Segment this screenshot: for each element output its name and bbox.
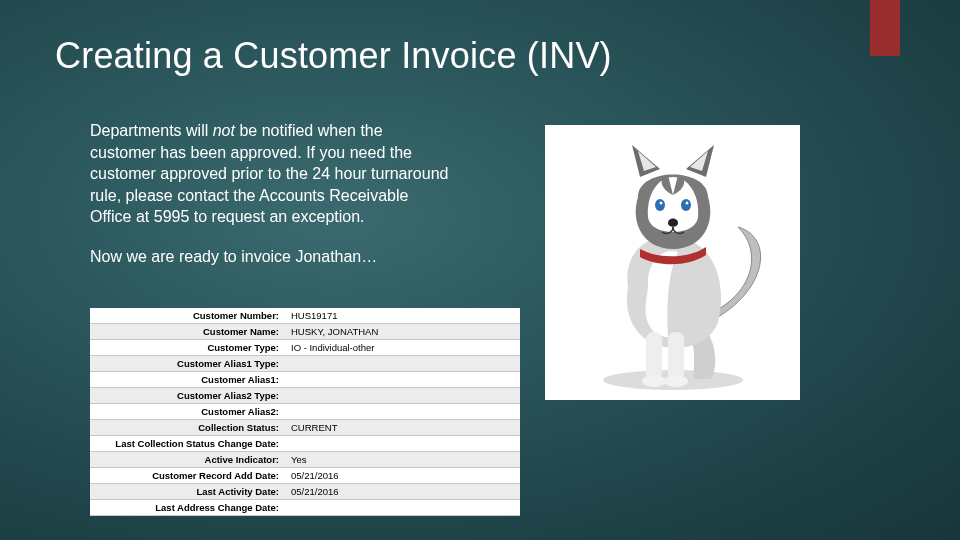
customer-info-tbody: Customer Number:HUS19171Customer Name:HU… [90, 308, 520, 516]
row-value: 05/21/2016 [285, 484, 520, 500]
row-label: Last Collection Status Change Date: [90, 436, 285, 452]
row-value: 05/21/2016 [285, 468, 520, 484]
row-value [285, 388, 520, 404]
row-value: CURRENT [285, 420, 520, 436]
husky-illustration [568, 137, 778, 392]
row-value [285, 356, 520, 372]
table-row: Customer Alias1: [90, 372, 520, 388]
body-text: Departments will not be notified when th… [90, 120, 450, 286]
table-row: Last Address Change Date: [90, 500, 520, 516]
p1-pre: Departments will [90, 122, 213, 139]
table-row: Customer Type:IO - Individual-other [90, 340, 520, 356]
row-label: Customer Alias2: [90, 404, 285, 420]
table-row: Customer Name:HUSKY, JONATHAN [90, 324, 520, 340]
svg-point-4 [664, 375, 688, 387]
svg-point-8 [685, 202, 688, 205]
row-label: Customer Alias2 Type: [90, 388, 285, 404]
paragraph-2: Now we are ready to invoice Jonathan… [90, 246, 450, 268]
table-row: Customer Number:HUS19171 [90, 308, 520, 324]
table-row: Last Activity Date:05/21/2016 [90, 484, 520, 500]
table-row: Customer Alias1 Type: [90, 356, 520, 372]
row-value: HUSKY, JONATHAN [285, 324, 520, 340]
row-value [285, 404, 520, 420]
svg-point-3 [642, 375, 666, 387]
row-value: Yes [285, 452, 520, 468]
row-label: Customer Alias1 Type: [90, 356, 285, 372]
row-label: Active Indicator: [90, 452, 285, 468]
husky-image [545, 125, 800, 400]
svg-point-5 [655, 199, 665, 211]
slide-title: Creating a Customer Invoice (INV) [55, 35, 850, 77]
table-row: Customer Alias2: [90, 404, 520, 420]
p1-not: not [213, 122, 235, 139]
row-value [285, 372, 520, 388]
svg-rect-2 [668, 332, 684, 380]
row-label: Customer Number: [90, 308, 285, 324]
row-label: Collection Status: [90, 420, 285, 436]
accent-bar [870, 0, 900, 56]
row-label: Last Address Change Date: [90, 500, 285, 516]
row-label: Customer Type: [90, 340, 285, 356]
customer-info-table: Customer Number:HUS19171Customer Name:HU… [90, 308, 520, 516]
svg-point-6 [681, 199, 691, 211]
slide: Creating a Customer Invoice (INV) Depart… [0, 0, 960, 540]
table-row: Customer Record Add Date:05/21/2016 [90, 468, 520, 484]
row-label: Last Activity Date: [90, 484, 285, 500]
row-label: Customer Name: [90, 324, 285, 340]
svg-rect-1 [646, 332, 662, 380]
row-value [285, 500, 520, 516]
table-row: Active Indicator:Yes [90, 452, 520, 468]
row-value: IO - Individual-other [285, 340, 520, 356]
paragraph-1: Departments will not be notified when th… [90, 120, 450, 228]
row-value [285, 436, 520, 452]
table-row: Customer Alias2 Type: [90, 388, 520, 404]
svg-point-7 [659, 202, 662, 205]
table-row: Last Collection Status Change Date: [90, 436, 520, 452]
title-wrap: Creating a Customer Invoice (INV) [55, 35, 900, 77]
row-label: Customer Record Add Date: [90, 468, 285, 484]
row-value: HUS19171 [285, 308, 520, 324]
row-label: Customer Alias1: [90, 372, 285, 388]
table-row: Collection Status:CURRENT [90, 420, 520, 436]
